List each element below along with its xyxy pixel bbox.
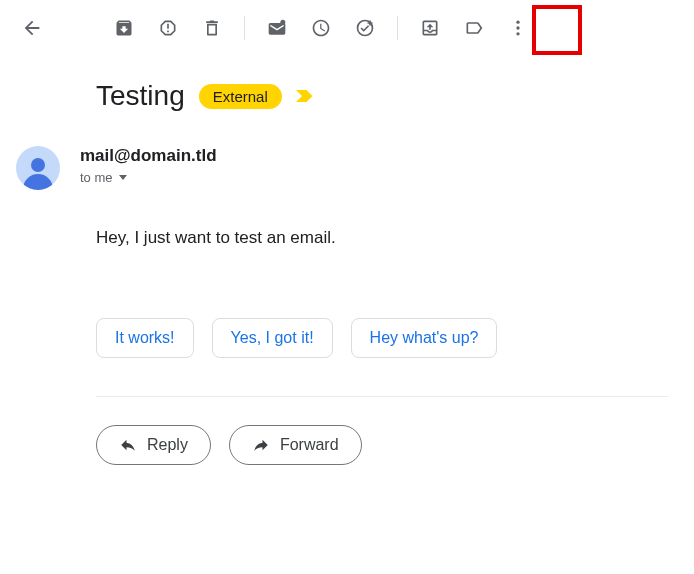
chevron-down-icon [119,175,127,180]
svg-point-3 [516,32,519,35]
move-inbox-icon [420,18,440,38]
email-subject: Testing [96,80,185,112]
reply-button[interactable]: Reply [96,425,211,465]
avatar[interactable] [16,146,60,190]
back-button[interactable] [12,8,52,48]
smart-reply-row: It works! Yes, I got it! Hey what's up? [96,318,668,358]
sender-row: mail@domain.tld to me [16,146,668,190]
sender-email: mail@domain.tld [80,146,217,166]
email-content: Testing External mail@domain.tld to me H… [0,56,694,465]
divider [96,396,668,397]
subject-row: Testing External [96,80,668,112]
spam-icon [158,18,178,38]
reply-icon [119,436,137,454]
forward-button[interactable]: Forward [229,425,362,465]
arrow-left-icon [21,17,43,39]
mark-unread-button[interactable] [257,8,297,48]
recipient-line[interactable]: to me [80,170,217,185]
trash-icon [202,18,222,38]
add-to-tasks-button[interactable] [345,8,385,48]
label-icon [464,18,484,38]
clock-icon [311,18,331,38]
importance-marker[interactable] [296,89,314,103]
task-add-icon [355,18,375,38]
more-vert-icon [508,18,528,38]
smart-reply-2[interactable]: Yes, I got it! [212,318,333,358]
recipient-label: to me [80,170,113,185]
forward-icon [252,436,270,454]
forward-label: Forward [280,436,339,454]
more-button[interactable] [498,8,538,48]
toolbar-separator [397,16,398,40]
mail-unread-icon [267,18,287,38]
svg-point-0 [280,20,285,25]
toolbar [0,0,694,56]
delete-button[interactable] [192,8,232,48]
report-spam-button[interactable] [148,8,188,48]
svg-point-1 [516,21,519,24]
smart-reply-1[interactable]: It works! [96,318,194,358]
archive-icon [114,18,134,38]
action-row: Reply Forward [96,425,668,465]
snooze-button[interactable] [301,8,341,48]
svg-point-2 [516,26,519,29]
external-badge: External [199,84,282,109]
move-to-inbox-button[interactable] [410,8,450,48]
toolbar-separator [244,16,245,40]
labels-button[interactable] [454,8,494,48]
reply-label: Reply [147,436,188,454]
smart-reply-3[interactable]: Hey what's up? [351,318,498,358]
email-body: Hey, I just want to test an email. [96,228,668,248]
archive-button[interactable] [104,8,144,48]
